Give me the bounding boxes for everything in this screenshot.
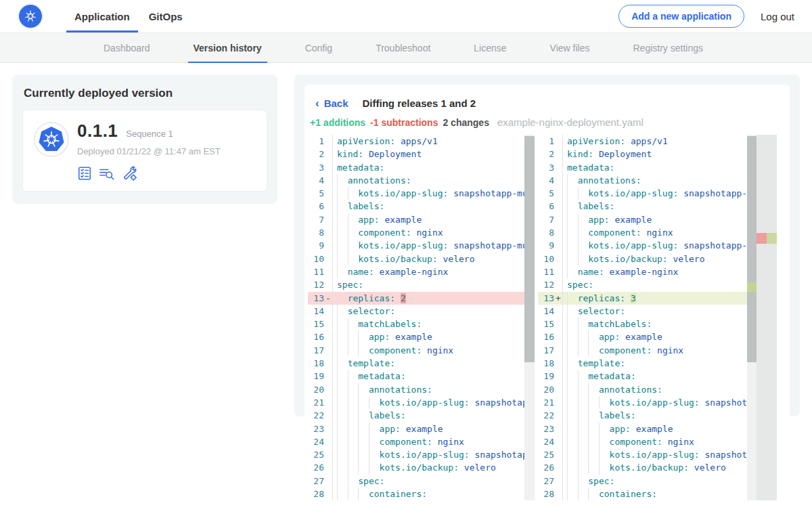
code-segment: snapshotap bbox=[470, 397, 524, 408]
code-segment: containers: bbox=[369, 489, 427, 499]
line-content: component: nginx bbox=[562, 226, 747, 239]
indent-guide bbox=[348, 448, 348, 461]
line-content: kots.io/app-slug: snapshotap bbox=[562, 448, 747, 461]
subtab-config[interactable]: Config bbox=[300, 33, 338, 62]
indent-guide bbox=[599, 461, 600, 474]
code-segment: kots.io/app-slug: bbox=[380, 397, 470, 408]
line-number: 5 bbox=[538, 187, 554, 200]
code-segment: velero bbox=[459, 462, 496, 473]
line-number: 12 bbox=[538, 278, 554, 291]
line-content: kots.io/backup: velero bbox=[332, 461, 524, 474]
line-change-sign bbox=[554, 370, 562, 383]
indent-guide bbox=[348, 253, 348, 265]
code-segment: app: bbox=[358, 215, 379, 225]
line-content: template: bbox=[562, 357, 747, 370]
line-content: name: example-nginx bbox=[562, 265, 747, 278]
diff-line: 27spec: bbox=[538, 475, 747, 488]
diff-line: 28containers: bbox=[308, 488, 524, 500]
indent-guide bbox=[337, 448, 338, 461]
back-link[interactable]: ‹ Back bbox=[315, 97, 348, 110]
line-number: 9 bbox=[538, 239, 554, 252]
code-segment: nginx bbox=[422, 345, 453, 355]
line-number: 1 bbox=[308, 135, 324, 148]
view-logs-icon[interactable] bbox=[99, 166, 115, 181]
line-number: 11 bbox=[308, 265, 324, 278]
log-out-button[interactable]: Log out bbox=[761, 11, 794, 22]
line-change-sign bbox=[324, 305, 332, 318]
diff-line: 24component: nginx bbox=[308, 435, 524, 448]
ruler-addition-marker bbox=[767, 233, 777, 244]
line-change-sign bbox=[324, 187, 332, 200]
line-content: metadata: bbox=[562, 370, 747, 383]
indent-guide bbox=[578, 409, 579, 422]
diff-line: 16app: example bbox=[538, 330, 747, 343]
indent-guide bbox=[358, 344, 359, 357]
code-segment: kind: bbox=[337, 149, 363, 159]
diff-line: 21kots.io/app-slug: snapshotap bbox=[308, 396, 524, 409]
diff-line: 25kots.io/app-slug: snapshotap bbox=[308, 448, 524, 461]
line-change-sign bbox=[324, 461, 332, 474]
code-segment: example bbox=[620, 332, 662, 342]
line-number: 4 bbox=[308, 174, 324, 187]
indent-guide bbox=[337, 200, 338, 213]
checklist-icon[interactable] bbox=[77, 166, 92, 181]
diff-line: 22labels: bbox=[538, 409, 747, 422]
indent-guide bbox=[578, 422, 579, 435]
kubernetes-logo-icon[interactable] bbox=[19, 5, 42, 28]
add-application-button[interactable]: Add a new application bbox=[618, 5, 744, 28]
right-pane-scrollbar-thumb[interactable] bbox=[747, 136, 757, 362]
code-segment: nginx bbox=[411, 228, 443, 238]
edit-config-icon[interactable] bbox=[122, 165, 137, 181]
line-number: 14 bbox=[308, 305, 324, 318]
version-card-body: 0.1.1 Sequence 1 Deployed 01/21/22 @ 11:… bbox=[77, 121, 221, 181]
diff-panel: ‹ Back Diffing releases 1 and 2 +1 addit… bbox=[294, 74, 800, 416]
code-segment: nginx bbox=[662, 437, 694, 447]
indent-guide bbox=[348, 344, 348, 357]
top-nav: Application GitOps Add a new application… bbox=[0, 0, 812, 32]
code-segment: apiVersion: bbox=[567, 136, 625, 146]
line-number: 25 bbox=[538, 448, 554, 461]
right-pane-scrollbar-track[interactable] bbox=[747, 135, 757, 500]
code-segment: labels: bbox=[369, 410, 406, 420]
subtab-view-files[interactable]: View files bbox=[545, 33, 595, 62]
subtab-version-history[interactable]: Version history bbox=[188, 33, 267, 62]
line-content: metadata: bbox=[562, 161, 747, 174]
code-segment: template: bbox=[348, 358, 395, 368]
code-segment: snapshotapp-mu bbox=[678, 188, 747, 198]
code-segment: example bbox=[390, 332, 432, 342]
subtab-registry-settings[interactable]: Registry settings bbox=[627, 33, 708, 62]
tab-application[interactable]: Application bbox=[65, 0, 139, 32]
left-pane-scrollbar-thumb[interactable] bbox=[524, 136, 535, 362]
subtab-version-history-label: Version history bbox=[194, 43, 262, 53]
indent-guide bbox=[567, 461, 568, 474]
line-number: 18 bbox=[308, 357, 324, 370]
indent-guide bbox=[337, 253, 338, 265]
code-segment: kots.io/app-slug: bbox=[588, 188, 678, 198]
diff-line: 18template: bbox=[308, 357, 524, 370]
tab-gitops[interactable]: GitOps bbox=[139, 0, 192, 32]
diff-line: 20annotations: bbox=[538, 383, 747, 396]
line-number: 21 bbox=[308, 396, 324, 409]
indent-guide bbox=[337, 292, 338, 305]
subtab-troubleshoot[interactable]: Troubleshoot bbox=[370, 33, 436, 62]
line-number: 16 bbox=[308, 330, 324, 343]
line-content: replicas: 3 bbox=[562, 292, 747, 305]
line-change-sign bbox=[324, 318, 332, 330]
line-content: replicas: 2 bbox=[332, 292, 524, 305]
line-change-sign bbox=[554, 435, 562, 448]
diff-line: 24component: nginx bbox=[538, 435, 747, 448]
version-number: 0.1.1 bbox=[77, 121, 118, 142]
app-sub-nav: Dashboard Version history Config Trouble… bbox=[0, 32, 812, 63]
line-change-sign bbox=[554, 148, 562, 160]
code-segment: containers: bbox=[599, 489, 657, 499]
code-segment: 2 bbox=[401, 293, 406, 303]
subtab-license[interactable]: License bbox=[468, 33, 512, 62]
indent-guide bbox=[567, 370, 568, 383]
diff-line: 23app: example bbox=[308, 422, 524, 435]
left-pane-scrollbar-track[interactable] bbox=[524, 135, 535, 500]
code-segment: app: bbox=[588, 215, 609, 225]
code-segment: velero bbox=[689, 462, 726, 473]
indent-guide bbox=[599, 422, 600, 435]
subtab-dashboard[interactable]: Dashboard bbox=[98, 33, 156, 62]
indent-guide bbox=[578, 448, 579, 461]
